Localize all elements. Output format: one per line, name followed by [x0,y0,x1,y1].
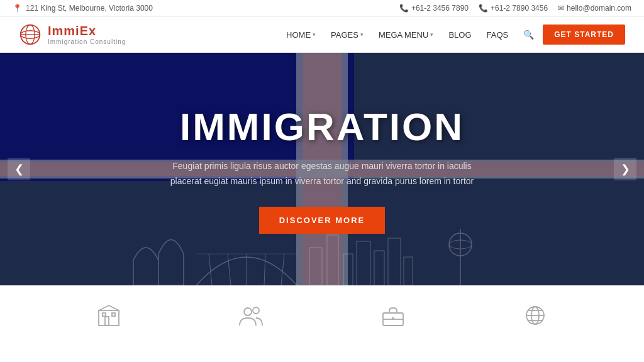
features-bar [0,285,644,348]
feature-item-1 [96,304,121,330]
email-text: ✉ hello@domain.com [558,4,631,13]
main-nav: HOME ▾ PAGES ▾ MEGA MENU ▾ BLOG FAQS 🔍 G… [280,25,625,45]
phone2-text: 📞 +61-2 7890 3456 [479,4,548,13]
mega-dropdown-icon: ▾ [430,31,433,38]
svg-rect-23 [103,313,106,316]
pages-dropdown-icon: ▾ [360,31,364,38]
nav-faqs[interactable]: FAQS [480,26,515,43]
feature-item-3 [380,304,406,330]
brand-name: ImmiEx [48,24,126,38]
svg-rect-24 [112,313,115,316]
brand-tagline: Immigration Consulting [48,38,126,45]
slider-prev-button[interactable]: ❮ [8,158,30,180]
feature-item-2 [238,304,264,330]
nav-blog[interactable]: BLOG [442,26,477,43]
svg-point-26 [253,307,259,314]
hero-subtitle: Feugiat primis ligula risus auctor egest… [158,159,486,189]
site-header: ImmiEx Immigration Consulting HOME ▾ PAG… [0,17,644,53]
phone1-text: 📞 +61-2 3456 7890 [399,4,469,13]
phone-icon-2: 📞 [479,4,488,13]
home-dropdown-icon: ▾ [313,31,316,38]
svg-rect-22 [105,317,109,326]
building-icon [96,304,121,330]
briefcase-icon [380,304,406,330]
discover-more-button[interactable]: DISCOVER MORE [259,207,386,234]
top-bar-address: 📍 121 King St, Melbourne, Victoria 3000 [13,4,153,13]
chevron-left-icon: ❮ [14,162,24,176]
top-bar-contact: 📞 +61-2 3456 7890 📞 +61-2 7890 3456 ✉ he… [399,4,631,13]
nav-home[interactable]: HOME ▾ [280,26,322,43]
location-icon: 📍 [13,4,22,13]
nav-mega-menu[interactable]: MEGA MENU ▾ [372,26,440,43]
search-button[interactable]: 🔍 [517,26,540,43]
svg-line-20 [99,305,109,310]
hero-content: IMMIGRATION Feugiat primis ligula risus … [0,53,644,285]
logo-text: ImmiEx Immigration Consulting [48,24,126,45]
logo[interactable]: ImmiEx Immigration Consulting [19,23,126,46]
get-started-button[interactable]: GET STARTED [543,25,625,45]
hero-title: IMMIGRATION [180,104,464,149]
feature-item-4 [523,304,548,330]
address-text: 121 King St, Melbourne, Victoria 3000 [26,4,153,13]
svg-point-25 [244,308,252,315]
mail-icon: ✉ [558,4,564,13]
top-bar: 📍 121 King St, Melbourne, Victoria 3000 … [0,0,644,17]
globe-icon [523,304,548,330]
svg-line-21 [109,305,119,310]
phone-icon-1: 📞 [399,4,409,13]
hero-slider: ❮ IMMIGRATION Feugiat primis ligula risu… [0,53,644,285]
logo-icon [19,23,42,46]
chevron-right-icon: ❯ [621,162,630,176]
search-icon: 🔍 [523,30,534,40]
people-icon [238,304,264,330]
slider-next-button[interactable]: ❯ [614,158,636,180]
nav-pages[interactable]: PAGES ▾ [325,26,370,43]
